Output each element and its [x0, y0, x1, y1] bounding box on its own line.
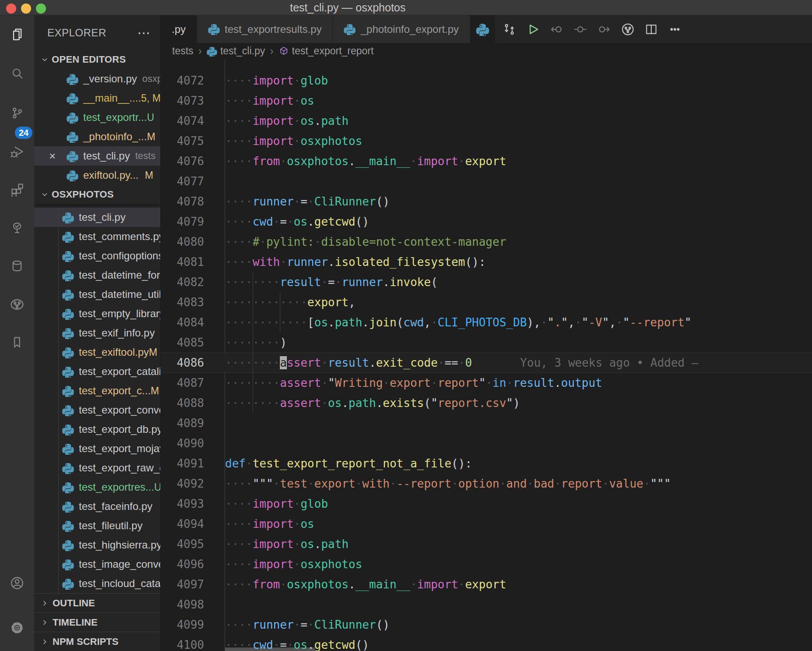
close-window-button[interactable] [6, 4, 16, 14]
code-line[interactable]: 4082········result·=·runner.invoke( [161, 272, 812, 292]
breadcrumb-item[interactable]: tests [172, 45, 194, 57]
line-number[interactable]: 4089 [161, 413, 204, 433]
git-network-icon[interactable] [10, 297, 25, 312]
explorer-icon[interactable] [10, 27, 25, 42]
line-number[interactable]: 4096 [161, 554, 204, 574]
line-number[interactable]: 4091 [161, 453, 204, 474]
sidebar-section-timeline[interactable]: TIMELINE [34, 612, 160, 632]
code-line[interactable]: 4089 [161, 413, 812, 433]
code-line[interactable]: 4099····runner·=·CliRunner() [161, 615, 812, 635]
code-line[interactable]: 4075····import·osxphotos [161, 131, 812, 151]
file-tree-item[interactable]: test_cli.py [34, 208, 160, 227]
file-tree-item[interactable]: test_datetime_utils.... [34, 285, 160, 304]
code-line[interactable]: 4072····import·glob [161, 71, 812, 91]
minimize-window-button[interactable] [21, 4, 31, 14]
github-icon[interactable] [621, 22, 635, 36]
file-tree-item[interactable]: test_export_mojave... [34, 439, 160, 458]
project-section-header[interactable]: OSXPHOTOS [34, 185, 160, 204]
line-number[interactable]: 4098 [161, 594, 204, 615]
continue-icon[interactable] [597, 22, 611, 36]
code-line[interactable]: 4097····from·osxphotos.__main__·import·e… [161, 574, 812, 594]
line-number[interactable]: 4094 [161, 514, 204, 534]
code-line[interactable]: 4077 [161, 171, 812, 191]
code-line[interactable]: 4079····cwd·=·os.getcwd() [161, 212, 812, 232]
line-number[interactable]: 4095 [161, 534, 204, 554]
file-tree-item[interactable]: test_datetime_form... [34, 265, 160, 285]
line-number[interactable]: 4084 [161, 312, 204, 333]
file-tree-item[interactable]: test_export_conver... [34, 400, 160, 420]
run-and-debug-icon[interactable] [10, 144, 25, 159]
line-number[interactable]: 4082 [161, 272, 204, 292]
more-actions-icon[interactable] [668, 22, 682, 36]
file-tree-item[interactable]: test_export_catalin... [34, 362, 160, 381]
code-line[interactable]: 4093····import·glob [161, 494, 812, 514]
split-editor-icon[interactable] [645, 22, 658, 36]
code-line[interactable]: 4083············export, [161, 292, 812, 312]
line-number[interactable]: 4075 [161, 131, 204, 151]
line-number[interactable]: 4087 [161, 373, 204, 393]
open-editors-section-header[interactable]: OPEN EDITORS [34, 50, 160, 69]
code-line[interactable]: 4092····"""·test·export·with·--report·op… [161, 474, 812, 494]
line-number[interactable]: 4077 [161, 171, 204, 191]
python-interpreter-icon[interactable] [470, 15, 495, 43]
file-tree-item[interactable]: test_exiftool.pyM [34, 343, 160, 362]
line-number[interactable]: 4081 [161, 252, 204, 272]
line-number[interactable]: 4092 [161, 474, 204, 494]
open-editor-item[interactable]: ×test_cli.pytests [34, 146, 160, 166]
code-line[interactable]: 4073····import·os [161, 91, 812, 111]
file-tree-item[interactable]: test_faceinfo.py [34, 497, 160, 516]
file-tree-item[interactable]: test_exportres...U [34, 478, 160, 497]
test-explorer-icon[interactable] [10, 220, 25, 235]
open-editor-item[interactable]: test_exportr...U [34, 108, 160, 127]
editor-tab[interactable]: .py [161, 15, 197, 43]
sidebar-section-outline[interactable]: OUTLINE [34, 593, 160, 612]
editor-tab[interactable]: _photoinfo_export.py [333, 15, 470, 43]
code-line[interactable]: 4098 [161, 594, 812, 615]
line-number[interactable]: 4097 [161, 574, 204, 594]
reverse-continue-icon[interactable] [550, 22, 564, 36]
extensions-icon[interactable] [10, 182, 25, 197]
open-editor-item[interactable]: exiftool.py...M [34, 166, 160, 185]
line-number[interactable]: 4078 [161, 191, 204, 212]
code-line[interactable]: 4074····import·os.path [161, 111, 812, 131]
database-icon[interactable] [10, 258, 25, 273]
source-control-icon[interactable] [10, 106, 25, 120]
line-number[interactable]: 4086 [161, 353, 204, 373]
open-editor-item[interactable]: __main__....5, M [34, 88, 160, 108]
line-number[interactable]: 4074 [161, 111, 204, 131]
code-line[interactable]: 4091def·test_export_report_not_a_file(): [161, 453, 812, 474]
close-icon[interactable]: × [42, 149, 67, 163]
line-number[interactable]: 4088 [161, 393, 204, 413]
breadcrumb-item[interactable]: test_cli.py [207, 45, 265, 57]
code-line[interactable]: 4086········assert·result.exit_code·==·0… [161, 353, 812, 373]
file-tree-item[interactable]: test_fileutil.py [34, 516, 160, 535]
line-number[interactable]: 4079 [161, 212, 204, 232]
file-tree-item[interactable]: test_image_convert... [34, 555, 160, 574]
code-line[interactable]: 4085········) [161, 333, 812, 353]
code-line[interactable]: 4081····with·runner.isolated_filesystem(… [161, 252, 812, 272]
file-tree-item[interactable]: test_incloud_catali... [34, 574, 160, 593]
file-tree-item[interactable]: test_empty_library_... [34, 304, 160, 323]
code-line[interactable]: 4076····from·osxphotos.__main__·import·e… [161, 151, 812, 171]
line-number[interactable]: 4100 [161, 635, 204, 651]
file-tree-item[interactable]: test_export_raw_ca... [34, 458, 160, 478]
file-tree-item[interactable]: test_export_c...M [34, 381, 160, 400]
code-line[interactable]: 4100····cwd·=·os.getcwd() [161, 635, 812, 651]
compare-changes-icon[interactable] [503, 22, 516, 36]
run-icon[interactable] [526, 22, 540, 36]
line-number[interactable]: 4099 [161, 615, 204, 635]
code-line[interactable]: 4084············[os.path.join(cwd,·CLI_P… [161, 312, 812, 333]
settings-gear-icon[interactable] [10, 620, 25, 635]
file-tree-item[interactable]: test_export_db.py [34, 420, 160, 439]
bookmarks-icon[interactable] [10, 335, 25, 350]
line-number[interactable]: 4093 [161, 494, 204, 514]
code-line[interactable]: 4080····#·pylint:·disable=not-context-ma… [161, 232, 812, 252]
views-more-actions-icon[interactable]: ⋯ [138, 25, 151, 40]
code-line[interactable]: 4096····import·osxphotos [161, 554, 812, 574]
editor-tab[interactable]: test_exportresults.py [197, 15, 333, 43]
line-number[interactable]: 4085 [161, 333, 204, 353]
file-tree-item[interactable]: test_configoptions.... [34, 246, 160, 265]
record-circle-icon[interactable] [574, 22, 587, 36]
line-number[interactable]: 4080 [161, 232, 204, 252]
file-tree-item[interactable]: test_comments.py [34, 227, 160, 246]
